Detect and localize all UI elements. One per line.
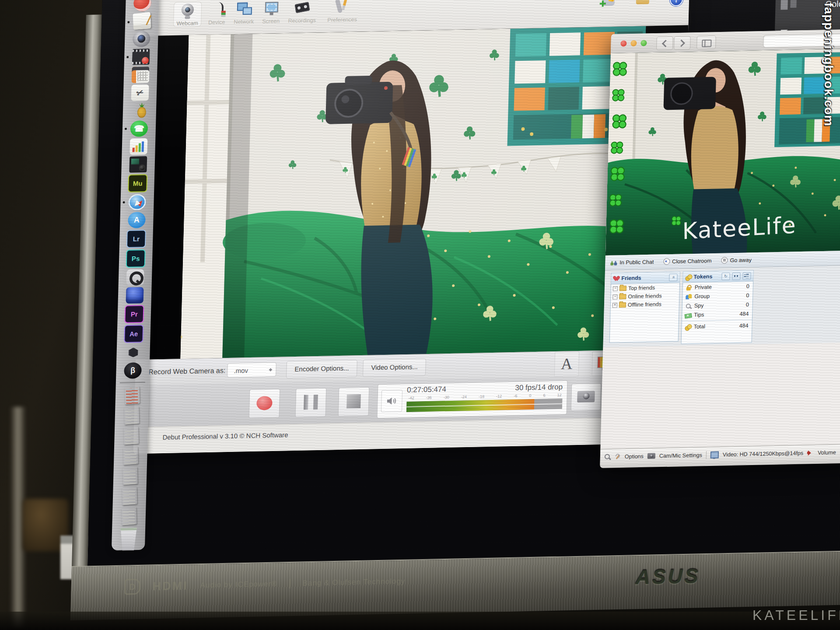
dock-item-clipping-tool[interactable] xyxy=(131,84,149,101)
dock-minimized-document[interactable] xyxy=(123,446,138,465)
dock-item-calculator[interactable] xyxy=(132,66,150,83)
friends-panel: Friends Top friends Online fri xyxy=(609,272,680,343)
friends-item-offline[interactable]: Offline friends xyxy=(611,300,679,309)
dock-item-red-app[interactable] xyxy=(133,0,151,11)
record-button[interactable] xyxy=(249,389,280,418)
tab-screen[interactable]: Screen xyxy=(257,0,285,24)
encoder-options-button[interactable]: Encoder Options... xyxy=(286,360,357,378)
coins-icon xyxy=(684,324,691,329)
trash-icon[interactable] xyxy=(119,528,138,551)
dock-item-cocktail-app[interactable] xyxy=(131,102,149,119)
av-cable-icon xyxy=(208,1,225,19)
screen-capture-icon xyxy=(262,0,280,18)
options-link[interactable]: Options xyxy=(625,453,644,459)
snapshot-button[interactable] xyxy=(571,383,602,411)
pause-button[interactable] xyxy=(295,388,327,417)
go-away-label: Go away xyxy=(730,257,752,263)
heart-icon xyxy=(613,276,619,281)
token-value: 0 xyxy=(746,301,749,308)
dock-minimized-document[interactable] xyxy=(123,426,139,444)
record-timer: 0:27:05:474 xyxy=(407,385,446,395)
forward-button[interactable] xyxy=(674,36,691,50)
dock-item-adobe-photoshop[interactable]: Ps xyxy=(126,249,146,268)
dock-item-safari[interactable] xyxy=(128,194,146,210)
close-window-button[interactable] xyxy=(620,40,626,46)
token-label: Tips xyxy=(694,312,704,318)
displayport-logo: D xyxy=(124,579,140,595)
expander-icon[interactable] xyxy=(613,286,618,291)
folder-icon xyxy=(620,286,626,291)
dock-minimized-document[interactable] xyxy=(122,486,137,505)
site-watermark-corner: KATEELIFE xyxy=(752,607,840,623)
folder-icon xyxy=(619,294,626,299)
dock-minimized-document[interactable] xyxy=(124,406,139,424)
text-overlay-button[interactable]: A xyxy=(554,352,579,377)
dock-item-adobe-muse[interactable]: Mu xyxy=(128,174,147,192)
bang-olufsen-label: Bang & Olufsen Technology xyxy=(302,577,405,588)
friends-item-label: Offline friends xyxy=(628,301,662,308)
minimize-window-button[interactable] xyxy=(630,40,637,46)
dock-item-webcam-viewer[interactable] xyxy=(133,31,150,47)
icepower-label: Audio by ICEpower® xyxy=(200,580,277,590)
dock-item-analytics-app[interactable] xyxy=(130,138,147,155)
monitor: Mu A Lr Ps Pr Ae β xyxy=(70,0,840,630)
dock-item-imovie[interactable] xyxy=(126,287,144,304)
dock-item-adobe-premiere[interactable]: Pr xyxy=(124,305,144,323)
stop-button[interactable] xyxy=(338,387,370,416)
cam-stream: KateeLife xyxy=(606,48,840,255)
dock-item-screen-recorder[interactable] xyxy=(132,49,150,65)
asus-logo: ASUS xyxy=(635,564,700,589)
dock-minimized-document[interactable] xyxy=(122,466,138,485)
tab-label: Preferences xyxy=(324,16,360,23)
token-label: Private xyxy=(695,284,712,290)
close-chatroom-button[interactable]: Close Chatroom xyxy=(663,257,712,265)
video-options-button[interactable]: Video Options... xyxy=(363,358,427,377)
screen: Mu A Lr Ps Pr Ae β xyxy=(88,0,840,567)
dock-item-app-store[interactable]: A xyxy=(128,212,146,228)
magnifier-icon[interactable] xyxy=(605,454,611,460)
volume-link[interactable]: Volume xyxy=(818,449,836,456)
cam-stream-scene: KateeLife xyxy=(606,48,840,255)
format-value: .mov xyxy=(234,367,248,374)
dock-item-video-editor[interactable] xyxy=(129,156,147,173)
expander-icon[interactable] xyxy=(612,303,617,308)
go-away-button[interactable]: Go away xyxy=(721,256,752,263)
in-public-chat-status[interactable]: In Public Chat xyxy=(610,259,654,266)
tokens-title: Tokens xyxy=(693,273,712,280)
dock-item-quicktime[interactable] xyxy=(126,269,144,286)
tab-network[interactable]: Network xyxy=(230,0,258,25)
dock-minimized-document[interactable] xyxy=(121,507,136,525)
site-watermark-vertical: fappeningbook.com xyxy=(822,3,836,126)
zoom-window-button[interactable] xyxy=(640,40,647,46)
audio-meter-panel: 0:27:05:474 30 fps/14 drop -42 -36 -30 -… xyxy=(377,381,567,419)
expander-icon[interactable] xyxy=(612,294,617,299)
token-value: 0 xyxy=(746,283,749,289)
mute-button[interactable] xyxy=(381,390,402,412)
format-dropdown[interactable]: .mov xyxy=(227,362,276,378)
record-icon xyxy=(256,396,273,410)
cam-mic-settings-link[interactable]: Cam/Mic Settings xyxy=(659,452,702,459)
back-button[interactable] xyxy=(656,36,673,50)
dock-divider xyxy=(120,382,145,383)
search-button[interactable] xyxy=(732,272,740,280)
dock-item-beta-app[interactable]: β xyxy=(124,362,142,379)
dock-item-adobe-lightroom[interactable]: Lr xyxy=(126,230,146,248)
dock-item-unity[interactable] xyxy=(124,344,142,361)
dock-minimized-document[interactable] xyxy=(125,386,140,404)
collapse-button[interactable] xyxy=(669,273,677,281)
sidebar-button[interactable] xyxy=(696,35,716,49)
friends-item-label: Online friends xyxy=(628,293,662,300)
people-icon xyxy=(610,260,617,265)
tab-recordings[interactable]: Recordings xyxy=(284,0,321,24)
list-button[interactable] xyxy=(742,272,751,280)
close-chatroom-icon xyxy=(663,258,670,265)
dock-item-adobe-after-effects[interactable]: Ae xyxy=(124,325,144,343)
tab-webcam[interactable]: Webcam xyxy=(173,2,202,27)
refresh-button[interactable] xyxy=(721,273,730,280)
webcam-preview-scene xyxy=(180,26,646,359)
dock-item-notes-app[interactable] xyxy=(133,12,151,30)
tab-preferences[interactable]: Preferences xyxy=(324,0,361,23)
dock-item-whatsapp[interactable] xyxy=(130,120,148,137)
tokens-panel: Tokens Private 0 xyxy=(681,270,753,344)
tab-device[interactable]: Device xyxy=(203,1,231,25)
